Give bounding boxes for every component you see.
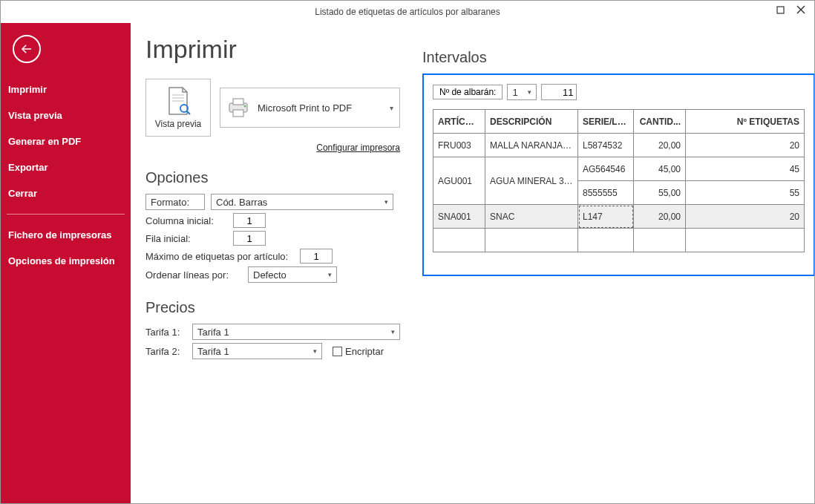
svg-rect-11 [233, 110, 243, 117]
formato-label-box: Formato: [145, 194, 205, 210]
back-button[interactable] [13, 35, 41, 63]
albaran-to-input[interactable] [541, 84, 577, 100]
cell-serie[interactable]: L147 [578, 205, 634, 229]
chevron-down-icon: ▾ [307, 347, 317, 355]
albaran-from-select[interactable]: 1▾ [507, 84, 537, 100]
cell-descripcion[interactable]: MALLA NARANJAS ... [485, 134, 578, 157]
sidebar-item-generar-pdf[interactable]: Generar en PDF [1, 128, 131, 154]
close-button[interactable] [791, 1, 811, 19]
tarifa2-select[interactable]: Tarifa 1▾ [192, 343, 322, 359]
svg-rect-10 [233, 99, 243, 105]
cell-cantidad[interactable]: 55,00 [634, 181, 686, 205]
vista-previa-label: Vista previa [155, 119, 201, 129]
ordenar-select[interactable]: Defecto▾ [248, 266, 337, 283]
precios-heading: Precios [145, 299, 400, 316]
col-cantidad[interactable]: CANTID... [634, 110, 686, 134]
max-etiquetas-label: Máximo de etiquetas por artículo: [145, 251, 294, 262]
table-row[interactable]: FRU003MALLA NARANJAS ...L587453220,0020 [433, 134, 805, 157]
chevron-down-icon: ▾ [522, 88, 531, 96]
cell-descripcion[interactable]: AGUA MINERAL 34cl [485, 157, 578, 205]
opciones-heading: Opciones [145, 169, 400, 186]
encriptar-checkbox-wrap[interactable]: Encriptar [333, 346, 384, 357]
cell-articulo[interactable]: FRU003 [433, 134, 485, 157]
chevron-down-icon: ▾ [322, 271, 332, 278]
sidebar-item-cerrar[interactable]: Cerrar [1, 180, 131, 206]
document-preview-icon [165, 86, 192, 116]
maximize-button[interactable] [770, 1, 791, 19]
printer-name: Microsoft Print to PDF [258, 102, 352, 114]
sidebar-item-vista-previa[interactable]: Vista previa [1, 102, 131, 128]
cell-articulo[interactable]: SNA001 [433, 205, 485, 229]
table-row[interactable]: AGU001AGUA MINERAL 34clAG56454645,0045 [433, 157, 805, 181]
cell-cantidad[interactable]: 45,00 [634, 157, 686, 181]
cell-etiquetas[interactable]: 45 [686, 157, 805, 181]
app-window: Listado de etiquetas de artículos por al… [0, 0, 815, 504]
intervalos-panel: Nº de albarán: 1▾ ARTÍCULO DESCRIPCIÓN S… [422, 73, 814, 276]
titlebar: Listado de etiquetas de artículos por al… [1, 1, 814, 23]
cell-serie[interactable]: 8555555 [578, 181, 634, 205]
fila-inicial-label: Fila inicial: [145, 233, 227, 244]
albaran-button[interactable]: Nº de albarán: [433, 85, 503, 99]
tarifa1-label: Tarifa 1: [145, 327, 186, 338]
formato-label: Formato: [151, 197, 189, 208]
sidebar-item-imprimir[interactable]: Imprimir [1, 76, 131, 102]
col-etiquetas[interactable]: Nº ETIQUETAS [686, 110, 805, 134]
window-controls [770, 1, 811, 19]
cell-serie[interactable]: L5874532 [578, 134, 634, 157]
sidebar: Imprimir Vista previa Generar en PDF Exp… [1, 23, 131, 503]
printer-select[interactable]: Microsoft Print to PDF ▾ [220, 88, 400, 128]
cell-cantidad[interactable]: 20,00 [634, 205, 686, 229]
window-title: Listado de etiquetas de artículos por al… [315, 7, 500, 17]
tarifa1-select[interactable]: Tarifa 1▾ [192, 324, 400, 340]
main-content: Imprimir Vista previa [131, 23, 814, 503]
col-inicial-label: Columna inicial: [145, 215, 227, 226]
cell-serie[interactable]: AG564546 [578, 157, 634, 181]
table-header-row: ARTÍCULO DESCRIPCIÓN SERIE/LOTE CANTID..… [433, 110, 805, 134]
sidebar-separator [7, 214, 125, 215]
col-articulo[interactable]: ARTÍCULO [433, 110, 485, 134]
cell-cantidad[interactable]: 20,00 [634, 134, 686, 157]
col-descripcion[interactable]: DESCRIPCIÓN [485, 110, 578, 134]
vista-previa-button[interactable]: Vista previa [145, 79, 211, 137]
col-inicial-input[interactable] [233, 213, 266, 228]
fila-inicial-input[interactable] [233, 231, 266, 246]
config-printer-link[interactable]: Configurar impresora [145, 143, 400, 153]
ordenar-label: Ordenar líneas por: [145, 269, 242, 281]
sidebar-item-opciones-impresion[interactable]: Opciones de impresión [1, 248, 131, 274]
cell-etiquetas[interactable]: 20 [686, 134, 805, 157]
chevron-down-icon: ▾ [390, 104, 393, 112]
max-etiquetas-input[interactable] [300, 249, 333, 264]
cell-descripcion[interactable]: SNAC [485, 205, 578, 229]
cell-etiquetas[interactable]: 20 [686, 205, 805, 229]
articulos-table[interactable]: ARTÍCULO DESCRIPCIÓN SERIE/LOTE CANTID..… [433, 109, 805, 252]
chevron-down-icon: ▾ [379, 198, 388, 206]
svg-rect-0 [777, 7, 784, 13]
table-filler [433, 229, 805, 252]
printer-icon [226, 97, 250, 118]
table-row[interactable]: SNA001SNACL14720,0020 [433, 205, 805, 229]
tarifa2-label: Tarifa 2: [145, 346, 186, 357]
encriptar-label: Encriptar [345, 346, 384, 357]
sidebar-item-fichero-impresoras[interactable]: Fichero de impresoras [1, 222, 131, 248]
sidebar-item-exportar[interactable]: Exportar [1, 154, 131, 180]
cell-articulo[interactable]: AGU001 [433, 157, 485, 205]
cell-etiquetas[interactable]: 55 [686, 181, 805, 205]
formato-select[interactable]: Cód. Barras▾ [211, 194, 393, 210]
intervalos-heading: Intervalos [422, 49, 814, 66]
encriptar-checkbox[interactable] [333, 347, 342, 356]
svg-point-12 [244, 105, 246, 108]
chevron-down-icon: ▾ [385, 328, 395, 336]
col-serie[interactable]: SERIE/LOTE [578, 110, 634, 134]
